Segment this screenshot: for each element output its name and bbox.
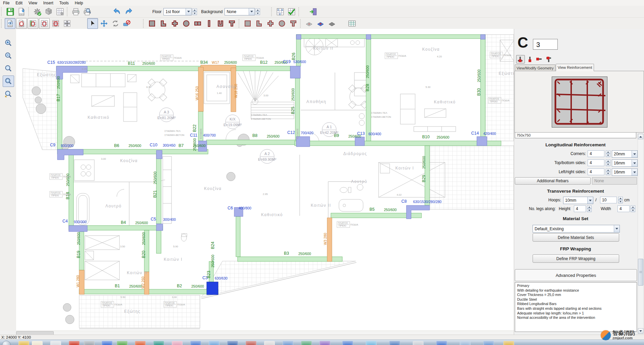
windows-taskbar[interactable] <box>0 340 644 345</box>
material-set-select[interactable]: Default_Existing <box>533 225 620 233</box>
floor-dropdown-icon[interactable] <box>186 8 191 15</box>
dwg-column-button[interactable]: DWG <box>16 18 27 29</box>
section2-square-button[interactable] <box>242 18 253 29</box>
taskbar-app-icon[interactable] <box>190 341 201 345</box>
section-plus-button[interactable] <box>169 18 180 29</box>
zoom-window-button[interactable] <box>3 76 14 87</box>
additional-rebars-button[interactable]: Additional Rebars <box>515 177 591 185</box>
grid-cross-button[interactable] <box>62 18 72 29</box>
taskbar-app-icon[interactable] <box>18 341 29 345</box>
taskbar-app-icon[interactable] <box>153 341 164 345</box>
print-button[interactable] <box>70 6 81 17</box>
taskbar-app-icon[interactable] <box>283 341 293 345</box>
panel-scroll-thumb[interactable] <box>638 259 643 286</box>
taskbar-app-icon[interactable] <box>135 341 146 345</box>
grid-column-color-button[interactable] <box>28 18 38 29</box>
corners-spinner[interactable] <box>606 150 610 157</box>
taskbar-app-icon[interactable] <box>84 341 95 345</box>
hoops-spacing-field[interactable]: 10 <box>600 197 617 203</box>
menu-tools[interactable]: Tools <box>56 0 72 6</box>
column-number-field[interactable]: 3 <box>533 39 558 50</box>
section-square-button[interactable] <box>147 18 157 29</box>
slab-blue-button[interactable] <box>315 18 326 29</box>
background-dropdown-icon[interactable] <box>249 8 254 15</box>
taskbar-app-icon[interactable] <box>264 341 275 345</box>
taskbar-app-icon[interactable] <box>366 341 377 345</box>
taskbar-app-icon[interactable] <box>69 341 80 345</box>
taskbar-app-icon[interactable] <box>50 341 61 345</box>
advanced-properties-header[interactable]: Advanced Properties <box>515 269 637 281</box>
grid-settings-button[interactable] <box>55 6 65 17</box>
menu-insert[interactable]: Insert <box>40 0 56 6</box>
selected-column-c3[interactable] <box>207 282 218 295</box>
save-button[interactable] <box>5 6 15 17</box>
section-circle-button[interactable] <box>181 18 192 29</box>
floor-select[interactable]: 1st floor <box>163 8 192 15</box>
slab-dark-button[interactable] <box>327 18 337 29</box>
zoom-realtime-button[interactable] <box>3 63 14 74</box>
undo-button[interactable] <box>112 6 122 17</box>
drawing-canvas[interactable]: B11250/600B34W17250/600B12250/600C15630/… <box>16 29 514 331</box>
taskbar-app-icon[interactable] <box>117 341 128 345</box>
taskbar-app-icon[interactable] <box>209 341 219 345</box>
taskbar-app-icon[interactable] <box>483 341 494 345</box>
taskbar-app-icon[interactable] <box>301 341 312 345</box>
background-select[interactable]: None <box>225 8 255 15</box>
left-right-diameter-select[interactable]: 16mm <box>612 168 638 176</box>
panel-scroll-down[interactable] <box>638 328 643 334</box>
column-position-corner-br-button[interactable] <box>525 55 534 63</box>
zoom-in-button[interactable] <box>3 37 14 49</box>
section-size-field[interactable]: 750x750 <box>515 132 636 138</box>
start-button[interactable] <box>2 341 11 345</box>
tab-view-reinforcement[interactable]: View Reinforcement <box>556 64 594 71</box>
hoops-spacing-spinner[interactable] <box>618 197 623 203</box>
top-bottom-diameter-select[interactable]: 16mm <box>612 159 638 167</box>
slab-gray-button[interactable] <box>304 18 314 29</box>
legs-height-field[interactable]: 4 <box>574 205 586 212</box>
section-L-button[interactable] <box>158 18 169 29</box>
dwg-view-button[interactable]: DWG <box>5 18 15 29</box>
section2-plus-button[interactable] <box>265 18 276 29</box>
redo-button[interactable] <box>123 6 134 17</box>
storey-numbers-button[interactable]: 132 <box>275 6 286 17</box>
floor-spinner[interactable] <box>192 8 197 15</box>
column-position-edge-left-button[interactable] <box>535 55 543 63</box>
zoom-out-button[interactable] <box>3 50 14 61</box>
model-3d-button[interactable] <box>43 6 54 17</box>
taskbar-app-icon[interactable] <box>460 341 470 345</box>
section-T-button[interactable] <box>227 18 237 29</box>
menu-file[interactable]: File <box>0 0 12 6</box>
taskbar-app-icon[interactable] <box>503 341 514 345</box>
section2-T-button[interactable] <box>288 18 299 29</box>
taskbar-app-icon[interactable] <box>413 341 424 345</box>
taskbar-app-icon[interactable] <box>436 341 447 345</box>
menu-view[interactable]: View <box>26 0 40 6</box>
section2-circle-button[interactable] <box>277 18 287 29</box>
corners-count-field[interactable]: 4 <box>588 150 604 157</box>
column-position-edge-top-button[interactable] <box>544 55 553 63</box>
move-tool-button[interactable] <box>99 18 109 29</box>
background-spinner[interactable] <box>255 8 260 15</box>
panel-scroll-up[interactable] <box>638 134 643 139</box>
taskbar-app-icon[interactable] <box>102 341 112 345</box>
legs-width-spinner[interactable] <box>631 205 635 212</box>
tab-view-modify-geometry[interactable]: View/Modify Geometry <box>515 64 555 71</box>
taskbar-app-icon[interactable] <box>172 341 183 345</box>
section-bar-button[interactable] <box>204 18 214 29</box>
panel-scrollbar[interactable] <box>638 134 644 334</box>
section-double-rect-button[interactable] <box>192 18 203 29</box>
taskbar-app-icon[interactable] <box>246 341 256 345</box>
apply-grid-button[interactable] <box>286 6 297 17</box>
corners-diameter-select[interactable]: 20mm <box>612 150 638 158</box>
define-frp-wrapping-button[interactable]: Define FRP Wrapping <box>533 254 619 263</box>
rotate-tool-button[interactable] <box>110 18 121 29</box>
taskbar-app-icon[interactable] <box>389 341 400 345</box>
forbid-tool-button[interactable] <box>121 18 132 29</box>
define-material-sets-button[interactable]: Define Material Sets <box>533 233 619 242</box>
dwg-export-button[interactable]: DWG <box>16 6 27 17</box>
settings-button[interactable] <box>32 6 43 17</box>
taskbar-app-icon[interactable] <box>227 341 238 345</box>
hoops-diameter-select[interactable]: 10mm <box>563 197 593 204</box>
taskbar-app-icon[interactable] <box>319 341 330 345</box>
left-right-count-field[interactable]: 4 <box>588 168 604 175</box>
